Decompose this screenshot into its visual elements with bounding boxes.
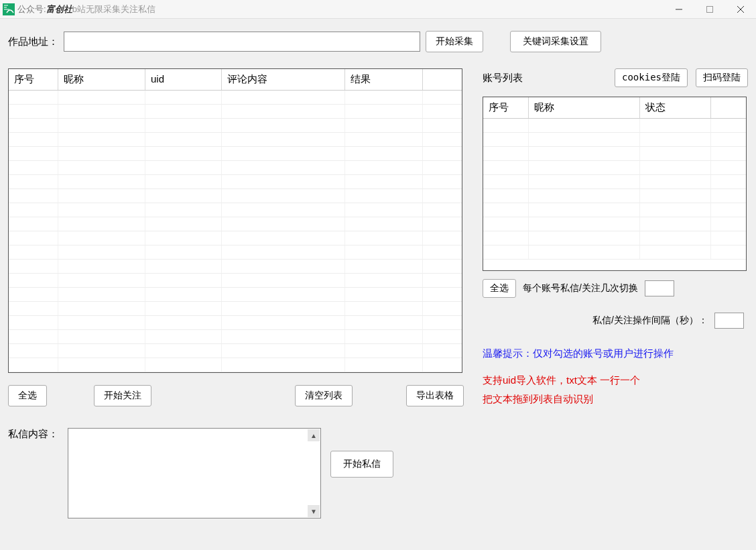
svg-rect-2 bbox=[707, 6, 713, 12]
col-index[interactable]: 序号 bbox=[9, 69, 58, 90]
window-controls bbox=[664, 0, 756, 18]
table-row[interactable] bbox=[9, 344, 462, 358]
comments-table-header: 序号 昵称 uid 评论内容 结果 bbox=[9, 69, 462, 91]
table-row[interactable] bbox=[9, 288, 462, 302]
table-row[interactable] bbox=[483, 189, 746, 203]
table-row[interactable] bbox=[9, 119, 462, 133]
table-row[interactable] bbox=[9, 217, 462, 231]
scan-login-button[interactable]: 扫码登陆 bbox=[696, 68, 748, 87]
textarea-scroll-up-icon[interactable]: ▲ bbox=[308, 429, 320, 441]
acct-col-index[interactable]: 序号 bbox=[483, 97, 529, 118]
tip-red-line1: 支持uid导入软件，txt文本 一行一个 bbox=[483, 371, 748, 390]
table-row[interactable] bbox=[9, 302, 462, 316]
table-row[interactable] bbox=[9, 203, 462, 217]
table-row[interactable] bbox=[483, 161, 746, 175]
table-row[interactable] bbox=[483, 217, 746, 231]
select-all-right-button[interactable]: 全选 bbox=[483, 279, 516, 298]
acct-col-nickname[interactable]: 昵称 bbox=[529, 97, 640, 118]
app-icon bbox=[3, 3, 15, 15]
titlebar: 公众号: 富创社 b站无限采集关注私信 bbox=[0, 0, 756, 19]
account-list-label: 账号列表 bbox=[483, 72, 523, 85]
tip-red-line2: 把文本拖到列表自动识别 bbox=[483, 390, 748, 408]
cookies-login-button[interactable]: cookies登陆 bbox=[615, 68, 688, 87]
switch-count-input[interactable] bbox=[645, 280, 674, 296]
comments-table-body[interactable] bbox=[9, 91, 462, 372]
table-row[interactable] bbox=[483, 231, 746, 245]
col-result[interactable]: 结果 bbox=[345, 69, 423, 90]
table-row[interactable] bbox=[483, 175, 746, 189]
table-row[interactable] bbox=[9, 161, 462, 175]
col-nickname[interactable]: 昵称 bbox=[58, 69, 145, 90]
table-row[interactable] bbox=[483, 119, 746, 133]
textarea-scroll-down-icon[interactable]: ▼ bbox=[308, 505, 320, 517]
table-row[interactable] bbox=[9, 133, 462, 147]
window-title: 公众号: 富创社 b站无限采集关注私信 bbox=[17, 3, 155, 15]
select-all-left-button[interactable]: 全选 bbox=[8, 385, 47, 406]
acct-col-status[interactable]: 状态 bbox=[640, 97, 711, 118]
table-row[interactable] bbox=[9, 231, 462, 245]
table-row[interactable] bbox=[9, 274, 462, 288]
accounts-table[interactable]: 序号 昵称 状态 bbox=[483, 97, 747, 271]
acct-col-empty bbox=[711, 97, 746, 118]
maximize-button[interactable] bbox=[694, 0, 725, 18]
accounts-table-body[interactable] bbox=[483, 119, 746, 270]
table-row[interactable] bbox=[483, 245, 746, 260]
close-button[interactable] bbox=[725, 0, 756, 18]
col-uid[interactable]: uid bbox=[145, 69, 222, 90]
interval-label: 私信/关注操作间隔（秒）： bbox=[592, 315, 708, 327]
col-comment[interactable]: 评论内容 bbox=[222, 69, 345, 90]
table-row[interactable] bbox=[9, 91, 462, 105]
table-row[interactable] bbox=[9, 358, 462, 372]
table-row[interactable] bbox=[9, 189, 462, 203]
start-follow-button[interactable]: 开始关注 bbox=[94, 385, 151, 406]
comments-table[interactable]: 序号 昵称 uid 评论内容 结果 bbox=[8, 68, 462, 373]
table-row[interactable] bbox=[483, 133, 746, 147]
table-row[interactable] bbox=[9, 245, 462, 260]
clear-list-button[interactable]: 清空列表 bbox=[295, 385, 353, 406]
tip-warm: 温馨提示：仅对勾选的账号或用户进行操作 bbox=[483, 347, 748, 360]
table-row[interactable] bbox=[9, 175, 462, 189]
switch-count-label: 每个账号私信/关注几次切换 bbox=[523, 282, 638, 294]
url-label: 作品地址： bbox=[8, 36, 58, 48]
accounts-table-header: 序号 昵称 状态 bbox=[483, 97, 746, 119]
table-row[interactable] bbox=[9, 316, 462, 330]
export-table-button[interactable]: 导出表格 bbox=[406, 385, 464, 406]
message-label: 私信内容： bbox=[8, 428, 58, 441]
url-input[interactable] bbox=[64, 32, 420, 52]
table-row[interactable] bbox=[483, 147, 746, 161]
message-textarea[interactable] bbox=[68, 428, 321, 518]
tip-red: 支持uid导入软件，txt文本 一行一个 把文本拖到列表自动识别 bbox=[483, 371, 748, 408]
minimize-button[interactable] bbox=[664, 0, 694, 18]
table-row[interactable] bbox=[9, 147, 462, 161]
keyword-settings-button[interactable]: 关键词采集设置 bbox=[510, 31, 601, 52]
table-row[interactable] bbox=[9, 330, 462, 344]
start-collect-button[interactable]: 开始采集 bbox=[426, 31, 483, 52]
col-empty bbox=[423, 69, 462, 90]
table-row[interactable] bbox=[9, 260, 462, 274]
start-message-button[interactable]: 开始私信 bbox=[330, 451, 393, 478]
table-row[interactable] bbox=[483, 203, 746, 217]
table-row[interactable] bbox=[9, 105, 462, 119]
interval-input[interactable] bbox=[714, 313, 744, 329]
